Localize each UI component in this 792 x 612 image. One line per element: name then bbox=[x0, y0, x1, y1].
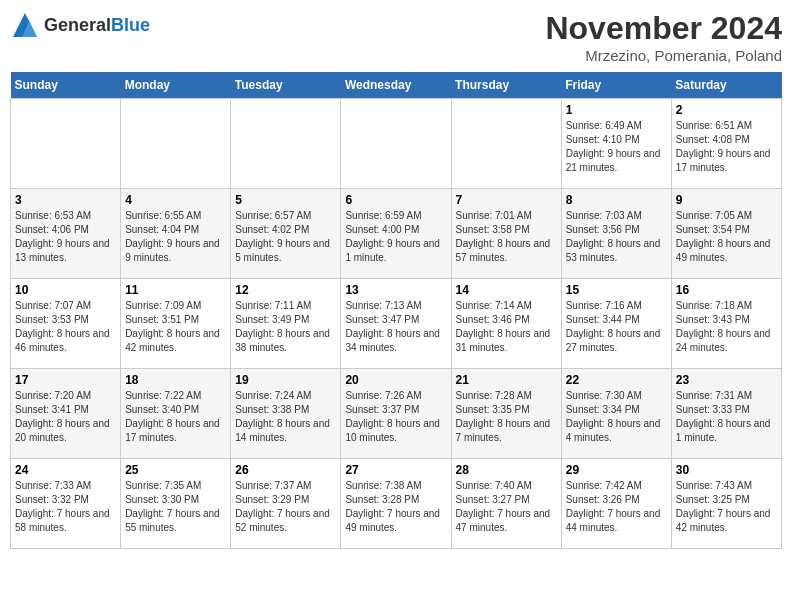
col-saturday: Saturday bbox=[671, 72, 781, 99]
location-title: Mrzezino, Pomerania, Poland bbox=[545, 47, 782, 64]
day-number: 29 bbox=[566, 463, 667, 477]
day-number: 27 bbox=[345, 463, 446, 477]
table-row: 21Sunrise: 7:28 AM Sunset: 3:35 PM Dayli… bbox=[451, 369, 561, 459]
table-row: 25Sunrise: 7:35 AM Sunset: 3:30 PM Dayli… bbox=[121, 459, 231, 549]
day-number: 13 bbox=[345, 283, 446, 297]
col-wednesday: Wednesday bbox=[341, 72, 451, 99]
day-number: 6 bbox=[345, 193, 446, 207]
day-info: Sunrise: 7:43 AM Sunset: 3:25 PM Dayligh… bbox=[676, 479, 777, 535]
table-row: 27Sunrise: 7:38 AM Sunset: 3:28 PM Dayli… bbox=[341, 459, 451, 549]
day-number: 24 bbox=[15, 463, 116, 477]
day-number: 1 bbox=[566, 103, 667, 117]
day-number: 14 bbox=[456, 283, 557, 297]
day-info: Sunrise: 6:51 AM Sunset: 4:08 PM Dayligh… bbox=[676, 119, 777, 175]
day-info: Sunrise: 6:49 AM Sunset: 4:10 PM Dayligh… bbox=[566, 119, 667, 175]
day-info: Sunrise: 7:09 AM Sunset: 3:51 PM Dayligh… bbox=[125, 299, 226, 355]
day-info: Sunrise: 7:35 AM Sunset: 3:30 PM Dayligh… bbox=[125, 479, 226, 535]
table-row: 23Sunrise: 7:31 AM Sunset: 3:33 PM Dayli… bbox=[671, 369, 781, 459]
day-number: 28 bbox=[456, 463, 557, 477]
table-row: 5Sunrise: 6:57 AM Sunset: 4:02 PM Daylig… bbox=[231, 189, 341, 279]
col-thursday: Thursday bbox=[451, 72, 561, 99]
day-info: Sunrise: 7:40 AM Sunset: 3:27 PM Dayligh… bbox=[456, 479, 557, 535]
day-number: 9 bbox=[676, 193, 777, 207]
day-info: Sunrise: 7:31 AM Sunset: 3:33 PM Dayligh… bbox=[676, 389, 777, 445]
day-number: 12 bbox=[235, 283, 336, 297]
table-row: 3Sunrise: 6:53 AM Sunset: 4:06 PM Daylig… bbox=[11, 189, 121, 279]
day-info: Sunrise: 6:55 AM Sunset: 4:04 PM Dayligh… bbox=[125, 209, 226, 265]
table-row bbox=[121, 99, 231, 189]
calendar-week-row: 1Sunrise: 6:49 AM Sunset: 4:10 PM Daylig… bbox=[11, 99, 782, 189]
table-row: 4Sunrise: 6:55 AM Sunset: 4:04 PM Daylig… bbox=[121, 189, 231, 279]
table-row: 2Sunrise: 6:51 AM Sunset: 4:08 PM Daylig… bbox=[671, 99, 781, 189]
day-number: 7 bbox=[456, 193, 557, 207]
day-number: 22 bbox=[566, 373, 667, 387]
day-info: Sunrise: 7:38 AM Sunset: 3:28 PM Dayligh… bbox=[345, 479, 446, 535]
day-number: 25 bbox=[125, 463, 226, 477]
day-number: 11 bbox=[125, 283, 226, 297]
day-info: Sunrise: 7:14 AM Sunset: 3:46 PM Dayligh… bbox=[456, 299, 557, 355]
day-number: 30 bbox=[676, 463, 777, 477]
day-info: Sunrise: 7:13 AM Sunset: 3:47 PM Dayligh… bbox=[345, 299, 446, 355]
table-row: 24Sunrise: 7:33 AM Sunset: 3:32 PM Dayli… bbox=[11, 459, 121, 549]
page-header: GeneralBlue November 2024 Mrzezino, Pome… bbox=[10, 10, 782, 64]
calendar-header-row: Sunday Monday Tuesday Wednesday Thursday… bbox=[11, 72, 782, 99]
day-number: 23 bbox=[676, 373, 777, 387]
day-info: Sunrise: 7:07 AM Sunset: 3:53 PM Dayligh… bbox=[15, 299, 116, 355]
day-info: Sunrise: 7:37 AM Sunset: 3:29 PM Dayligh… bbox=[235, 479, 336, 535]
day-info: Sunrise: 7:03 AM Sunset: 3:56 PM Dayligh… bbox=[566, 209, 667, 265]
day-number: 10 bbox=[15, 283, 116, 297]
logo-icon bbox=[10, 10, 40, 40]
table-row bbox=[231, 99, 341, 189]
logo-general: GeneralBlue bbox=[44, 16, 150, 35]
day-info: Sunrise: 7:30 AM Sunset: 3:34 PM Dayligh… bbox=[566, 389, 667, 445]
table-row: 17Sunrise: 7:20 AM Sunset: 3:41 PM Dayli… bbox=[11, 369, 121, 459]
calendar-table: Sunday Monday Tuesday Wednesday Thursday… bbox=[10, 72, 782, 549]
table-row: 11Sunrise: 7:09 AM Sunset: 3:51 PM Dayli… bbox=[121, 279, 231, 369]
table-row: 22Sunrise: 7:30 AM Sunset: 3:34 PM Dayli… bbox=[561, 369, 671, 459]
table-row: 1Sunrise: 6:49 AM Sunset: 4:10 PM Daylig… bbox=[561, 99, 671, 189]
day-info: Sunrise: 6:57 AM Sunset: 4:02 PM Dayligh… bbox=[235, 209, 336, 265]
day-info: Sunrise: 6:59 AM Sunset: 4:00 PM Dayligh… bbox=[345, 209, 446, 265]
table-row: 13Sunrise: 7:13 AM Sunset: 3:47 PM Dayli… bbox=[341, 279, 451, 369]
table-row: 6Sunrise: 6:59 AM Sunset: 4:00 PM Daylig… bbox=[341, 189, 451, 279]
table-row: 10Sunrise: 7:07 AM Sunset: 3:53 PM Dayli… bbox=[11, 279, 121, 369]
day-info: Sunrise: 7:16 AM Sunset: 3:44 PM Dayligh… bbox=[566, 299, 667, 355]
day-number: 4 bbox=[125, 193, 226, 207]
day-number: 3 bbox=[15, 193, 116, 207]
table-row: 18Sunrise: 7:22 AM Sunset: 3:40 PM Dayli… bbox=[121, 369, 231, 459]
table-row: 12Sunrise: 7:11 AM Sunset: 3:49 PM Dayli… bbox=[231, 279, 341, 369]
day-number: 2 bbox=[676, 103, 777, 117]
table-row: 28Sunrise: 7:40 AM Sunset: 3:27 PM Dayli… bbox=[451, 459, 561, 549]
day-info: Sunrise: 6:53 AM Sunset: 4:06 PM Dayligh… bbox=[15, 209, 116, 265]
day-number: 16 bbox=[676, 283, 777, 297]
day-info: Sunrise: 7:11 AM Sunset: 3:49 PM Dayligh… bbox=[235, 299, 336, 355]
day-number: 15 bbox=[566, 283, 667, 297]
table-row bbox=[451, 99, 561, 189]
table-row: 9Sunrise: 7:05 AM Sunset: 3:54 PM Daylig… bbox=[671, 189, 781, 279]
table-row: 8Sunrise: 7:03 AM Sunset: 3:56 PM Daylig… bbox=[561, 189, 671, 279]
day-number: 5 bbox=[235, 193, 336, 207]
day-info: Sunrise: 7:18 AM Sunset: 3:43 PM Dayligh… bbox=[676, 299, 777, 355]
day-number: 19 bbox=[235, 373, 336, 387]
calendar-week-row: 17Sunrise: 7:20 AM Sunset: 3:41 PM Dayli… bbox=[11, 369, 782, 459]
table-row: 20Sunrise: 7:26 AM Sunset: 3:37 PM Dayli… bbox=[341, 369, 451, 459]
calendar-week-row: 3Sunrise: 6:53 AM Sunset: 4:06 PM Daylig… bbox=[11, 189, 782, 279]
day-info: Sunrise: 7:20 AM Sunset: 3:41 PM Dayligh… bbox=[15, 389, 116, 445]
day-info: Sunrise: 7:28 AM Sunset: 3:35 PM Dayligh… bbox=[456, 389, 557, 445]
table-row: 7Sunrise: 7:01 AM Sunset: 3:58 PM Daylig… bbox=[451, 189, 561, 279]
day-info: Sunrise: 7:05 AM Sunset: 3:54 PM Dayligh… bbox=[676, 209, 777, 265]
table-row: 16Sunrise: 7:18 AM Sunset: 3:43 PM Dayli… bbox=[671, 279, 781, 369]
col-friday: Friday bbox=[561, 72, 671, 99]
table-row bbox=[341, 99, 451, 189]
day-info: Sunrise: 7:24 AM Sunset: 3:38 PM Dayligh… bbox=[235, 389, 336, 445]
day-info: Sunrise: 7:26 AM Sunset: 3:37 PM Dayligh… bbox=[345, 389, 446, 445]
day-number: 26 bbox=[235, 463, 336, 477]
table-row: 26Sunrise: 7:37 AM Sunset: 3:29 PM Dayli… bbox=[231, 459, 341, 549]
day-info: Sunrise: 7:33 AM Sunset: 3:32 PM Dayligh… bbox=[15, 479, 116, 535]
day-number: 17 bbox=[15, 373, 116, 387]
day-number: 18 bbox=[125, 373, 226, 387]
calendar-week-row: 10Sunrise: 7:07 AM Sunset: 3:53 PM Dayli… bbox=[11, 279, 782, 369]
table-row: 29Sunrise: 7:42 AM Sunset: 3:26 PM Dayli… bbox=[561, 459, 671, 549]
month-title: November 2024 bbox=[545, 10, 782, 47]
day-info: Sunrise: 7:22 AM Sunset: 3:40 PM Dayligh… bbox=[125, 389, 226, 445]
